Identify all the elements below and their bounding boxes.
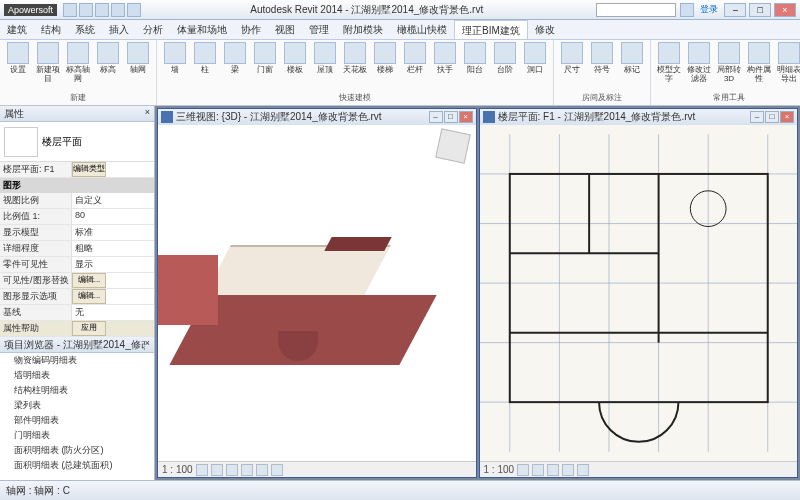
prop-display-model[interactable]: 显示模型标准 [0, 225, 154, 241]
maximize-button[interactable]: □ [749, 3, 771, 17]
filter-button[interactable]: 修改过滤器 [685, 42, 713, 83]
tab-analyze[interactable]: 分析 [136, 20, 170, 39]
browser-item[interactable]: 面积明细表 (防火分区) [0, 443, 154, 458]
close-button[interactable]: × [774, 3, 796, 17]
column-button[interactable]: 柱 [191, 42, 219, 74]
browser-close-icon[interactable]: × [145, 338, 150, 351]
canvas-plan[interactable] [480, 125, 798, 461]
sun-icon[interactable] [547, 464, 559, 476]
hide-icon[interactable] [577, 464, 589, 476]
handrail-button[interactable]: 扶手 [431, 42, 459, 74]
browser-item[interactable]: 部件明细表 [0, 413, 154, 428]
dimension-button[interactable]: 尺寸 [558, 42, 586, 74]
tab-olive[interactable]: 橄榄山快模 [390, 20, 454, 39]
login-link[interactable]: 登录 [700, 3, 718, 16]
apply-button[interactable]: 应用 [72, 321, 106, 336]
grid-button[interactable]: 轴网 [124, 42, 152, 74]
stair-button[interactable]: 楼梯 [371, 42, 399, 74]
model-text-button[interactable]: 模型文字 [655, 42, 683, 83]
wall-button[interactable]: 墙 [161, 42, 189, 74]
balcony-button[interactable]: 阳台 [461, 42, 489, 74]
view-3d-title[interactable]: 三维视图: {3D} - 江湖别墅2014_修改背景色.rvt –□× [158, 109, 476, 125]
properties-close-icon[interactable]: × [145, 107, 150, 120]
door-window-button[interactable]: 门窗 [251, 42, 279, 74]
prop-scale-value[interactable]: 比例值 1:80 [0, 209, 154, 225]
view-close-button[interactable]: × [459, 111, 473, 123]
scale-selector[interactable]: 1 : 100 [484, 464, 515, 475]
qat-undo-icon[interactable] [111, 3, 125, 17]
tab-massing[interactable]: 体量和场地 [170, 20, 234, 39]
hide-icon[interactable] [271, 464, 283, 476]
floor-button[interactable]: 楼板 [281, 42, 309, 74]
tab-collaborate[interactable]: 协作 [234, 20, 268, 39]
tab-manage[interactable]: 管理 [302, 20, 336, 39]
browser-item[interactable]: 梁列表 [0, 398, 154, 413]
tab-structure[interactable]: 结构 [34, 20, 68, 39]
browser-item[interactable]: 结构柱明细表 [0, 383, 154, 398]
step-button[interactable]: 台阶 [491, 42, 519, 74]
partial-3d-button[interactable]: 局部转3D [715, 42, 743, 83]
symbol-button[interactable]: 符号 [588, 42, 616, 74]
new-project-button[interactable]: 新建项目 [34, 42, 62, 83]
tab-insert[interactable]: 插入 [102, 20, 136, 39]
roof-button[interactable]: 屋顶 [311, 42, 339, 74]
window-title: Autodesk Revit 2014 - 江湖别墅2014_修改背景色.rvt [141, 3, 592, 17]
view-plan-title[interactable]: 楼层平面: F1 - 江湖别墅2014_修改背景色.rvt –□× [480, 109, 798, 125]
settings-button[interactable]: 设置 [4, 42, 32, 74]
prop-visibility-graphics[interactable]: 可见性/图形替换编辑... [0, 273, 154, 289]
crop-icon[interactable] [256, 464, 268, 476]
prop-underlay[interactable]: 基线无 [0, 305, 154, 321]
view-cube[interactable] [435, 128, 471, 164]
browser-item[interactable]: 墙明细表 [0, 368, 154, 383]
qat-save-icon[interactable] [95, 3, 109, 17]
detail-icon[interactable] [517, 464, 529, 476]
level-button[interactable]: 标高 [94, 42, 122, 74]
crop-icon[interactable] [562, 464, 574, 476]
view-max-button[interactable]: □ [444, 111, 458, 123]
schedule-export-button[interactable]: 明细表导出 [775, 42, 800, 83]
beam-button[interactable]: 梁 [221, 42, 249, 74]
shadow-icon[interactable] [241, 464, 253, 476]
scale-selector[interactable]: 1 : 100 [162, 464, 193, 475]
tab-systems[interactable]: 系统 [68, 20, 102, 39]
tab-view[interactable]: 视图 [268, 20, 302, 39]
tab-lizheng-bim[interactable]: 理正BIM建筑 [454, 20, 528, 39]
type-selector[interactable]: 楼层平面 [0, 122, 154, 162]
tab-modify[interactable]: 修改 [528, 20, 562, 39]
detail-icon[interactable] [196, 464, 208, 476]
project-browser[interactable]: 物资编码明细表 墙明细表 结构柱明细表 梁列表 部件明细表 门明细表 面积明细表… [0, 353, 154, 480]
visual-style-icon[interactable] [532, 464, 544, 476]
tab-architecture[interactable]: 建筑 [0, 20, 34, 39]
opening-button[interactable]: 洞口 [521, 42, 549, 74]
prop-parts-visibility[interactable]: 零件可见性显示 [0, 257, 154, 273]
help-icon[interactable] [680, 3, 694, 17]
ceiling-button[interactable]: 天花板 [341, 42, 369, 74]
prop-graphic-display[interactable]: 图形显示选项编辑... [0, 289, 154, 305]
prop-view-scale[interactable]: 视图比例自定义 [0, 193, 154, 209]
view-max-button[interactable]: □ [765, 111, 779, 123]
edit-type-button[interactable]: 编辑类型 [72, 162, 106, 177]
qat-app-icon[interactable] [63, 3, 77, 17]
minimize-button[interactable]: – [724, 3, 746, 17]
view-min-button[interactable]: – [750, 111, 764, 123]
level-grid-button[interactable]: 标高轴网 [64, 42, 92, 83]
canvas-3d[interactable] [158, 125, 476, 461]
sun-icon[interactable] [226, 464, 238, 476]
qat-open-icon[interactable] [79, 3, 93, 17]
prop-detail-level[interactable]: 详细程度粗略 [0, 241, 154, 257]
browser-item[interactable]: 面积明细表 (总建筑面积) [0, 458, 154, 473]
tag-button[interactable]: 标记 [618, 42, 646, 74]
gear-icon [7, 42, 29, 64]
search-input[interactable] [596, 3, 676, 17]
instance-selector[interactable]: 楼层平面: F1 编辑类型 [0, 162, 154, 178]
view-min-button[interactable]: – [429, 111, 443, 123]
wall-icon [164, 42, 186, 64]
qat-redo-icon[interactable] [127, 3, 141, 17]
railing-button[interactable]: 栏杆 [401, 42, 429, 74]
component-props-button[interactable]: 构件属性 [745, 42, 773, 83]
browser-item[interactable]: 物资编码明细表 [0, 353, 154, 368]
view-close-button[interactable]: × [780, 111, 794, 123]
visual-style-icon[interactable] [211, 464, 223, 476]
browser-item[interactable]: 门明细表 [0, 428, 154, 443]
tab-addins[interactable]: 附加模块 [336, 20, 390, 39]
